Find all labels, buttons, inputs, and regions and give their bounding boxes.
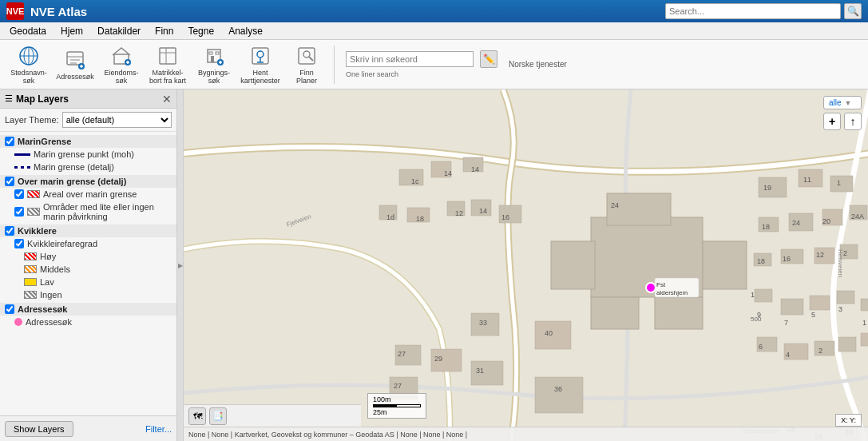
svg-text:aldershjem: aldershjem	[656, 289, 688, 296]
toolbar-btn-matrikkel-label: Matrikkel- bort fra kart	[149, 69, 186, 85]
toolbar-btn-bygning[interactable]: Bygnings- søk	[192, 42, 236, 87]
mg-punkt-label: Marin grense punkt (moh)	[34, 149, 134, 159]
toolbar-btn-stedsnavn-label: Stedsnavn- søk	[10, 69, 47, 85]
svg-rect-37	[551, 241, 595, 289]
show-layers-button[interactable]: Show Layers	[5, 421, 73, 437]
svg-point-30	[303, 51, 310, 58]
map-canvas: 1c 14 14 1d 18 12 14 16 24 19 11 1 18 24…	[184, 89, 868, 441]
toolbar-btn-hent[interactable]: Hent karttjenester	[238, 42, 283, 87]
svg-text:Fst: Fst	[656, 281, 666, 288]
attribution-text: None | None | Kartverket, Geovekst og ko…	[188, 431, 467, 439]
bottom-map-button[interactable]: 🗺	[188, 407, 206, 425]
layer-item-mg-punkt: Marin grense punkt (moh)	[0, 148, 176, 161]
bygning-icon	[203, 45, 225, 67]
svg-text:27: 27	[394, 382, 402, 390]
svg-rect-111	[810, 296, 830, 310]
menu-item-hjem[interactable]: Hjem	[54, 24, 89, 38]
svg-text:4: 4	[786, 351, 790, 359]
menu-item-datakilder[interactable]: Datakilder	[91, 24, 147, 38]
svg-text:7: 7	[784, 319, 788, 327]
map-controls: alle ▼ + ↑	[823, 96, 862, 130]
finn-planer-icon	[295, 45, 318, 67]
svg-text:6: 6	[759, 343, 763, 351]
svg-text:20: 20	[822, 217, 830, 225]
svg-rect-59	[535, 321, 571, 349]
maringrense-checkbox[interactable]	[5, 137, 14, 146]
mg-detalj-label: Marin grense (detalj)	[34, 162, 114, 172]
layer-group-over-marin: Over marin grense (detalj) Areal over ma…	[0, 175, 176, 223]
layer-group-adressesok-label: Adressesøk	[18, 304, 67, 314]
menu-item-geodata[interactable]: Geodata	[3, 24, 53, 38]
svg-rect-116	[814, 341, 834, 356]
toolbar-btn-finn-planer-label: Finn Planer	[296, 69, 317, 85]
top-search-input[interactable]	[665, 3, 841, 19]
kvikklere-checkbox[interactable]	[5, 226, 14, 236]
svg-text:18: 18	[762, 223, 770, 231]
scale-label-bottom: 25m	[373, 408, 421, 416]
toolbar-search-input[interactable]	[346, 51, 474, 67]
layer-item-hoy: Høy	[0, 250, 176, 263]
scale-label-top: 100m	[373, 395, 421, 403]
zoom-in-button[interactable]: +	[823, 113, 841, 130]
layer-group-maringrense-header[interactable]: MarinGrense	[0, 135, 176, 148]
filter-link[interactable]: Filter...	[145, 424, 172, 434]
svg-rect-15	[160, 48, 176, 64]
toolbar-btn-eiendom[interactable]: Eiendoms- søk	[99, 42, 144, 87]
svg-rect-113	[861, 299, 868, 311]
layer-group-kvikklere-header[interactable]: Kvikklere	[0, 224, 176, 237]
edit-icon: ✏️	[483, 54, 495, 65]
omr-lite-checkbox[interactable]	[14, 207, 24, 217]
left-panel: ☰ Map Layers ✕ Layer Theme: alle (defaul…	[0, 89, 177, 441]
svg-text:14: 14	[479, 207, 487, 215]
menu-item-tegne[interactable]: Tegne	[181, 24, 220, 38]
menu-item-analyse[interactable]: Analyse	[222, 24, 269, 38]
layer-theme-select[interactable]: alle (default)	[62, 112, 172, 128]
layer-item-middels: Middels	[0, 263, 176, 276]
areal-over-checkbox[interactable]	[14, 189, 24, 199]
zoom-alle-label[interactable]: alle	[829, 98, 842, 107]
layers-list: MarinGrense Marin grense punkt (moh) Mar…	[0, 132, 176, 415]
layer-group-over-marin-header[interactable]: Over marin grense (detalj)	[0, 175, 176, 188]
bottom-layer-button[interactable]: 📑	[209, 407, 227, 425]
menu-item-finn[interactable]: Finn	[149, 24, 180, 38]
layer-item-addr-sok: Adressesøk	[0, 316, 176, 328]
top-search-button[interactable]: 🔍	[844, 3, 862, 19]
svg-rect-20	[209, 52, 212, 54]
toolbar-edit-button[interactable]: ✏️	[480, 50, 497, 68]
mg-punkt-legend	[14, 153, 30, 156]
layer-group-adressesok-header[interactable]: Adressesøk	[0, 303, 176, 316]
svg-text:1c: 1c	[411, 177, 419, 185]
lav-label: Lav	[40, 277, 54, 287]
adressesok-group-checkbox[interactable]	[5, 304, 14, 314]
areal-over-legend	[27, 190, 40, 198]
zoom-control-bar[interactable]: alle ▼	[823, 96, 862, 109]
menu-bar: Geodata Hjem Datakilder Finn Tegne Analy…	[0, 22, 868, 40]
adresse-icon	[64, 49, 86, 71]
svg-text:24A: 24A	[851, 213, 864, 220]
toolbar-btn-finn-planer[interactable]: Finn Planer	[284, 42, 329, 87]
bottom-map-icon: 🗺	[193, 411, 202, 421]
omr-lite-label: Områder med lite eller ingen marin påvir…	[43, 202, 172, 221]
layer-group-maringrense-label: MarinGrense	[18, 137, 71, 146]
toolbar-btn-matrikkel[interactable]: Matrikkel- bort fra kart	[145, 42, 190, 87]
toolbar-search-hint: One liner search	[346, 70, 497, 78]
map-area[interactable]: 1c 14 14 1d 18 12 14 16 24 19 11 1 18 24…	[184, 89, 868, 441]
svg-text:1: 1	[862, 319, 866, 327]
svg-point-26	[257, 51, 264, 58]
over-marin-checkbox[interactable]	[5, 177, 14, 186]
panel-collapse-handle[interactable]: ▶	[177, 89, 184, 441]
layer-group-maringrense: MarinGrense Marin grense punkt (moh) Mar…	[0, 135, 176, 173]
faregrad-checkbox[interactable]	[14, 239, 24, 248]
faregrad-label: Kvikkleirefaregrad	[27, 239, 97, 248]
north-button[interactable]: ↑	[844, 113, 862, 130]
main-content: ☰ Map Layers ✕ Layer Theme: alle (defaul…	[0, 89, 868, 441]
svg-point-95	[646, 283, 656, 292]
layer-item-ingen: Ingen	[0, 288, 176, 301]
hent-icon	[249, 45, 271, 67]
mg-detalj-legend	[14, 166, 30, 169]
toolbar-btn-stedsnavn[interactable]: Stedsnavn- søk	[6, 42, 51, 87]
svg-text:40: 40	[545, 329, 553, 337]
panel-close-button[interactable]: ✕	[162, 93, 172, 105]
layer-item-mg-detalj: Marin grense (detalj)	[0, 161, 176, 173]
toolbar-btn-adresse[interactable]: Adressesøk	[53, 42, 97, 87]
